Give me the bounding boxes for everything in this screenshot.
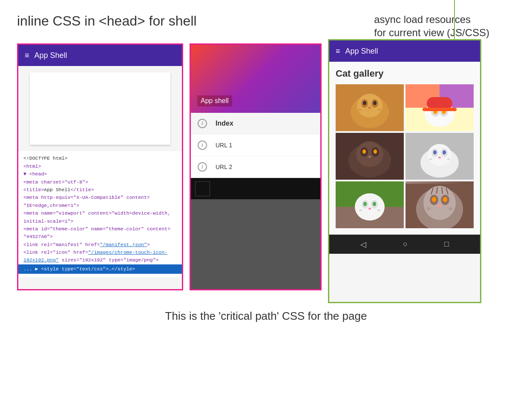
home-icon: ○ bbox=[403, 240, 408, 249]
left-phone: ≡ App Shell <!DOCTYPE html> <html> ▼ <he… bbox=[17, 43, 183, 290]
page-container: inline CSS in <head> for shell async loa… bbox=[0, 0, 532, 331]
cat-cell-4 bbox=[405, 133, 474, 180]
svg-point-37 bbox=[355, 193, 385, 221]
code-line-4: <meta charset="utf-8"> bbox=[23, 178, 177, 186]
cat-svg-6 bbox=[405, 181, 474, 228]
drawer-item-index-label: Index bbox=[216, 120, 233, 127]
code-section: <!DOCTYPE html> <html> ▼ <head> <meta ch… bbox=[18, 151, 182, 277]
svg-point-7 bbox=[368, 106, 371, 109]
drawer-item-index[interactable]: i Index bbox=[191, 113, 320, 135]
green-line bbox=[454, 0, 455, 39]
code-line-7: "IE=edge,chrome=1"> bbox=[23, 202, 177, 209]
svg-point-24 bbox=[362, 149, 366, 154]
code-line-selected: ... ▶ <style type="text/css">…</style> bbox=[18, 264, 182, 274]
phones-row: ≡ App Shell <!DOCTYPE html> <html> ▼ <he… bbox=[17, 43, 515, 303]
arrow-green bbox=[451, 0, 457, 43]
bottom-annotation: This is the 'critical path' CSS for the … bbox=[17, 310, 515, 323]
white-card bbox=[30, 72, 170, 145]
cat-svg-2 bbox=[405, 84, 474, 131]
svg-point-5 bbox=[363, 101, 366, 105]
gallery-title: Cat gallery bbox=[336, 68, 474, 79]
info-icon-index: i bbox=[198, 119, 207, 128]
svg-point-29 bbox=[428, 144, 451, 166]
right-app-bar: ≡ App Shell bbox=[329, 40, 480, 62]
svg-point-26 bbox=[368, 155, 371, 158]
code-line-10: <meta id="theme-color" name="theme-color… bbox=[23, 225, 177, 233]
left-app-bar: ≡ App Shell bbox=[18, 45, 182, 66]
svg-point-49 bbox=[443, 197, 447, 202]
cat-svg-3 bbox=[336, 133, 404, 180]
drawer-item-url2[interactable]: i URL 2 bbox=[191, 156, 320, 178]
code-line-9: initial-scale=1"> bbox=[23, 218, 177, 225]
right-phone: ≡ App Shell Cat gallery bbox=[328, 39, 481, 303]
code-line-8: <meta name="viewport" content="width=dev… bbox=[23, 209, 177, 217]
svg-point-41 bbox=[373, 202, 376, 206]
drawer-item-url1[interactable]: i URL 1 bbox=[191, 135, 320, 156]
cat-cell-6 bbox=[405, 181, 474, 228]
svg-point-25 bbox=[374, 149, 377, 154]
code-line-1: <!DOCTYPE html> bbox=[23, 155, 177, 162]
drawer-header-title: App shell bbox=[197, 95, 232, 106]
cat-grid bbox=[336, 84, 474, 228]
svg-point-33 bbox=[443, 150, 446, 155]
code-line-13: <link rel="icon" href="/images/chrome-to… bbox=[23, 249, 177, 256]
code-line-5: <title>App Shell</title> bbox=[23, 186, 177, 194]
drawer-items: i Index i URL 1 i URL 2 bbox=[191, 113, 320, 178]
svg-point-48 bbox=[432, 197, 436, 202]
svg-point-32 bbox=[433, 150, 437, 155]
cat-svg-1 bbox=[336, 84, 404, 131]
code-line-2: <html> bbox=[23, 163, 177, 170]
svg-point-34 bbox=[438, 157, 441, 159]
right-app-bar-title: App Shell bbox=[345, 47, 378, 56]
left-hamburger-icon: ≡ bbox=[25, 51, 29, 60]
info-icon-url1: i bbox=[198, 141, 207, 150]
cat-svg-4 bbox=[405, 133, 474, 180]
svg-point-40 bbox=[363, 202, 367, 206]
code-line-14: 192x192.png" sizes="192x192" type="image… bbox=[23, 256, 177, 264]
svg-point-45 bbox=[423, 186, 456, 220]
drawer-header: App shell bbox=[191, 45, 320, 113]
cat-cell-2 bbox=[405, 84, 474, 131]
svg-point-21 bbox=[356, 141, 383, 167]
code-line-3: ▼ <head> bbox=[23, 170, 177, 178]
right-hamburger-icon: ≡ bbox=[336, 47, 340, 56]
svg-rect-18 bbox=[423, 108, 457, 111]
svg-point-6 bbox=[373, 101, 377, 105]
full-layout: ≡ App Shell <!DOCTYPE html> <html> ▼ <he… bbox=[17, 43, 515, 303]
left-phone-content bbox=[18, 66, 182, 151]
code-line-6: <meta http-equiv="X-UA-Compatible" conte… bbox=[23, 194, 177, 201]
middle-phone: App shell i Index i URL 1 i URL 2 bbox=[190, 43, 322, 290]
annotation-left: inline CSS in <head> for shell bbox=[17, 13, 197, 29]
left-app-bar-title: App Shell bbox=[35, 51, 67, 60]
cat-cell-5 bbox=[336, 181, 404, 228]
annotation-right-text: async load resourcesfor current view (JS… bbox=[374, 14, 489, 38]
code-line-11: "#4527A0"> bbox=[23, 233, 177, 241]
cat-cell-3 bbox=[336, 133, 404, 180]
svg-point-42 bbox=[368, 208, 371, 210]
cat-svg-5 bbox=[336, 181, 404, 228]
drawer-item-url2-label: URL 2 bbox=[216, 164, 232, 170]
drawer-item-url1-label: URL 1 bbox=[216, 142, 232, 149]
info-icon-url2: i bbox=[198, 162, 207, 172]
svg-point-2 bbox=[357, 94, 382, 118]
code-line-12: <link rel="manifest" href="/manifest.jso… bbox=[23, 241, 177, 249]
middle-black-bar bbox=[191, 178, 320, 199]
svg-point-50 bbox=[437, 204, 442, 207]
top-annotations: inline CSS in <head> for shell async loa… bbox=[17, 13, 515, 39]
cat-cell-1 bbox=[336, 84, 404, 131]
recent-icon: □ bbox=[444, 240, 449, 249]
back-icon: ◁ bbox=[360, 240, 366, 249]
gallery-content: Cat gallery bbox=[329, 62, 480, 235]
middle-black-square bbox=[195, 181, 210, 196]
right-nav-bar: ◁ ○ □ bbox=[329, 235, 480, 254]
annotation-right: async load resourcesfor current view (JS… bbox=[374, 13, 489, 39]
